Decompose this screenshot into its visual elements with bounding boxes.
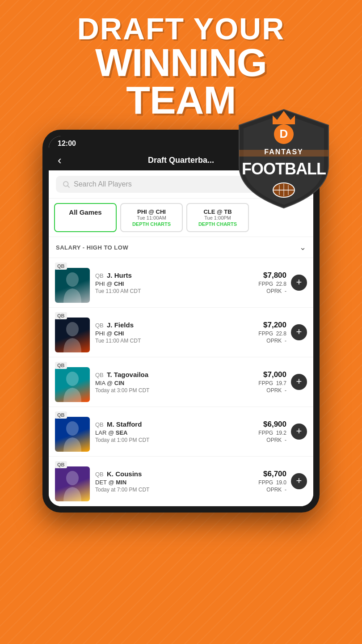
header-line2: WINNING [9, 44, 353, 81]
svg-point-14 [66, 322, 79, 336]
player-row: QB QB M. Stafford LAR @ SEA Today at 1:0… [49, 407, 313, 457]
add-player-button[interactable]: + [291, 374, 307, 390]
player-info: QB K. Cousins DET @ MIN Today at 7:00 PM… [95, 470, 258, 493]
phi-chi-time: Tue 11:00AM [127, 215, 176, 220]
svg-point-16 [66, 421, 79, 436]
player-avatar [55, 367, 90, 402]
player-salary-section: $7,800 FPPG 22.8 OPRK - [258, 271, 286, 294]
player-fppg: FPPG 22.8 [258, 281, 286, 287]
player-time: Tue 11:00 AM CDT [95, 338, 258, 344]
player-silhouette [59, 321, 86, 352]
svg-text:D: D [280, 127, 288, 140]
add-player-button[interactable]: + [291, 473, 307, 489]
player-fppg: FPPG 22.8 [258, 330, 286, 337]
tab-all-games[interactable]: All Games [54, 203, 117, 232]
player-salary: $7,200 [263, 321, 286, 330]
player-time: Today at 1:00 PM CDT [95, 437, 258, 443]
player-fppg: FPPG 19.0 [258, 479, 286, 486]
player-matchup: MIA @ CIN [95, 380, 258, 386]
svg-text:FANTASY: FANTASY [264, 148, 303, 156]
player-name: QB M. Stafford [95, 420, 258, 428]
fantasy-football-badge: D FANTASY FOOTBALL [235, 107, 333, 212]
player-silhouette [59, 470, 86, 501]
player-position-badge: QB [55, 362, 67, 369]
player-matchup: PHI @ CHI [95, 330, 258, 337]
header-line1: Draft Your [9, 13, 353, 44]
sort-chevron-icon: ⌄ [299, 242, 306, 252]
player-salary-section: $6,900 FPPG 19.2 OPRK - [258, 420, 286, 443]
player-matchup: DET @ MIN [95, 479, 258, 486]
player-position-badge: QB [55, 312, 67, 319]
player-fppg: FPPG 19.2 [258, 430, 286, 436]
player-oprk: OPRK - [266, 487, 286, 493]
player-name: QB J. Hurts [95, 271, 258, 279]
player-info: QB T. Tagovailoa MIA @ CIN Today at 3:00… [95, 371, 258, 394]
back-button[interactable]: ‹ [58, 153, 62, 167]
players-list: QB QB J. Hurts PHI @ CHI Tue 11:00 AM CD… [49, 258, 313, 506]
player-oprk: OPRK - [266, 437, 286, 443]
plus-icon: + [296, 476, 302, 486]
plus-icon: + [296, 426, 302, 436]
sort-bar[interactable]: SALARY - HIGH TO LOW ⌄ [49, 237, 313, 258]
plus-icon: + [296, 377, 302, 386]
svg-point-11 [63, 182, 68, 186]
svg-text:FOOTBALL: FOOTBALL [242, 160, 326, 178]
player-silhouette [59, 371, 86, 402]
player-salary: $7,000 [263, 370, 286, 379]
add-player-button[interactable]: + [291, 324, 307, 340]
add-player-button[interactable]: + [291, 424, 307, 440]
phi-chi-matchup: PHI @ CHI [127, 208, 176, 215]
player-avatar [55, 268, 90, 303]
player-salary-section: $6,700 FPPG 19.0 OPRK - [258, 470, 286, 493]
player-position-badge: QB [55, 263, 67, 270]
svg-point-15 [66, 372, 79, 386]
player-time: Today at 7:00 PM CDT [95, 487, 258, 493]
sort-label: SALARY - HIGH TO LOW [56, 244, 128, 251]
player-salary-section: $7,000 FPPG 19.7 OPRK - [258, 370, 286, 394]
player-position-badge: QB [55, 411, 67, 419]
player-matchup: LAR @ SEA [95, 429, 258, 436]
player-salary: $7,800 [263, 271, 286, 280]
player-name: QB J. Fields [95, 321, 258, 329]
plus-icon: + [296, 327, 302, 337]
svg-point-17 [66, 471, 79, 485]
player-matchup: PHI @ CHI [95, 280, 258, 287]
player-position-badge: QB [55, 461, 67, 468]
player-name: QB K. Cousins [95, 470, 258, 478]
plus-icon: + [296, 277, 302, 287]
player-time: Today at 3:00 PM CDT [95, 387, 258, 394]
search-icon [62, 180, 70, 188]
player-oprk: OPRK - [266, 288, 286, 294]
player-info: QB J. Fields PHI @ CHI Tue 11:00 AM CDT [95, 321, 258, 344]
player-row: QB QB J. Fields PHI @ CHI Tue 11:00 AM C… [49, 308, 313, 357]
svg-point-13 [66, 272, 79, 287]
all-games-label: All Games [61, 208, 109, 216]
player-avatar [55, 466, 90, 501]
player-silhouette [59, 420, 86, 452]
player-row: QB QB K. Cousins DET @ MIN Today at 7:00… [49, 457, 313, 506]
player-row: QB QB T. Tagovailoa MIA @ CIN Today at 3… [49, 357, 313, 407]
nav-title: Draft Quarterba... [148, 156, 214, 165]
player-time: Tue 11:00 AM CDT [95, 288, 258, 294]
player-fppg: FPPG 19.7 [258, 380, 286, 386]
svg-line-12 [67, 186, 69, 187]
player-row: QB QB J. Hurts PHI @ CHI Tue 11:00 AM CD… [49, 258, 313, 308]
search-placeholder: Search All Players [74, 180, 132, 188]
player-oprk: OPRK - [266, 338, 286, 344]
add-player-button[interactable]: + [291, 275, 307, 291]
player-name: QB T. Tagovailoa [95, 371, 258, 378]
player-avatar [55, 318, 90, 352]
tab-phi-chi[interactable]: PHI @ CHI Tue 11:00AM DEPTH CHARTS [120, 203, 183, 232]
player-info: QB M. Stafford LAR @ SEA Today at 1:00 P… [95, 420, 258, 443]
status-time: 12:00 [58, 140, 76, 148]
cle-tb-time: Tue 1:00PM [194, 215, 242, 220]
player-avatar [55, 417, 90, 452]
player-salary-section: $7,200 FPPG 22.8 OPRK - [258, 321, 286, 344]
player-salary: $6,700 [263, 470, 286, 479]
player-salary: $6,900 [263, 420, 286, 429]
cle-tb-depth[interactable]: DEPTH CHARTS [194, 221, 242, 227]
phi-chi-depth[interactable]: DEPTH CHARTS [127, 221, 176, 227]
phone-frame: D FANTASY FOOTBALL 12:00 ‹ [42, 130, 320, 513]
player-oprk: OPRK - [266, 387, 286, 394]
player-info: QB J. Hurts PHI @ CHI Tue 11:00 AM CDT [95, 271, 258, 294]
